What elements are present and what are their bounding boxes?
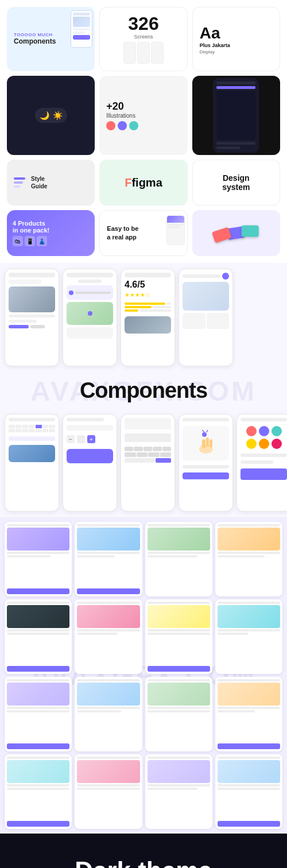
mp-rating-num: 4.6/5 <box>125 280 171 290</box>
dark-theme-title: Dark theme <box>7 857 280 868</box>
sg-btn <box>218 743 280 749</box>
sg-bar <box>218 602 280 604</box>
sg-phone-4 <box>215 522 282 596</box>
qty-minus[interactable]: − <box>67 435 75 443</box>
kb-key[interactable] <box>144 447 152 451</box>
mp-address-line <box>75 292 111 294</box>
sg-img <box>218 760 280 783</box>
sg-bar <box>218 633 249 635</box>
phone-deco <box>151 42 164 64</box>
sg-bar <box>148 602 210 604</box>
kb-send[interactable] <box>156 458 171 463</box>
mp-cal-header <box>9 418 55 421</box>
mp-dot <box>69 290 73 295</box>
mock-phone-calendar <box>5 414 59 512</box>
mock-phone-shop <box>179 269 233 366</box>
sg-bar <box>77 707 139 709</box>
sg-bar <box>77 629 139 631</box>
deco-line <box>73 28 90 30</box>
mock-phone-keyboard <box>121 414 175 512</box>
kb-key[interactable] <box>125 452 136 457</box>
sg-bar <box>218 552 280 554</box>
mp-fav-line <box>241 454 287 457</box>
svg-rect-2 <box>206 437 209 447</box>
top-screens-strip: 4.6/5 ★★★★☆ <box>0 263 287 372</box>
sg-btn <box>7 666 69 672</box>
products-text: 4 Productsin one pack! <box>13 220 89 234</box>
design-system-text: Designsystem <box>222 173 250 192</box>
icon-box-2: 📱 <box>25 236 35 246</box>
style-line-1 <box>14 177 25 180</box>
kb-key[interactable] <box>162 447 171 451</box>
cal-day-active <box>36 425 42 428</box>
mp-header <box>125 273 171 277</box>
mock-phone-qty: − + <box>63 414 117 512</box>
sg-bar <box>218 757 280 759</box>
sg-bar <box>77 679 139 681</box>
feature-grid: Tooooo much Components 326 Screens <box>7 7 280 256</box>
svg-rect-1 <box>202 439 205 448</box>
kb-key[interactable] <box>125 447 133 451</box>
mock-phone-rating: 4.6/5 ★★★★☆ <box>121 269 175 366</box>
sg-bar <box>77 633 118 635</box>
style-line-2 <box>14 181 23 184</box>
kb-key[interactable] <box>137 452 148 457</box>
sg-btn <box>7 588 69 594</box>
cal-day <box>22 425 28 428</box>
avatar-circle <box>259 439 269 449</box>
sg-bar <box>218 679 280 681</box>
sg-bar <box>7 679 69 681</box>
rp-line <box>168 226 180 228</box>
qty-plus[interactable]: + <box>87 435 95 443</box>
deco-img <box>73 17 90 27</box>
sg-img <box>7 528 69 551</box>
product-icons: 🛍 📱 👗 <box>13 236 89 246</box>
sg-phone-6 <box>75 599 142 674</box>
avatar-circle <box>246 426 257 436</box>
sg-bar <box>7 757 69 759</box>
rating-bar-row <box>125 306 171 308</box>
mp-il-btn <box>183 472 229 479</box>
mp-header <box>9 273 55 277</box>
deco-bar <box>73 13 90 16</box>
mp-price <box>9 325 29 328</box>
cal-day <box>9 425 15 428</box>
sg-btn <box>148 666 210 672</box>
cal-day <box>42 425 49 428</box>
sg-phone-12 <box>215 677 282 751</box>
sg-bar <box>77 784 139 786</box>
card-3d-teal <box>242 226 259 237</box>
sg-bar <box>7 710 69 712</box>
screens-grid <box>5 522 282 829</box>
sg-bar <box>148 710 210 712</box>
kb-key[interactable] <box>148 452 160 457</box>
sg-bar <box>148 707 210 709</box>
sg-phone-1 <box>5 522 72 596</box>
svg-line-5 <box>202 430 204 432</box>
dp-accent-bar <box>216 86 255 89</box>
sg-bar <box>77 555 115 557</box>
svg-rect-3 <box>210 439 212 447</box>
sg-phone-11 <box>145 677 212 751</box>
kb-key[interactable] <box>160 452 172 457</box>
kb-key[interactable] <box>134 447 142 451</box>
phone-deco <box>137 42 150 64</box>
style-guide-label: StyleGuide <box>31 175 47 190</box>
kb-space[interactable] <box>125 458 155 463</box>
mp-qty-label <box>67 418 104 421</box>
avatar-circle <box>272 426 282 436</box>
screens-label: Screens <box>134 34 153 40</box>
sg-btn <box>7 821 69 827</box>
mp-price-disp <box>67 425 113 431</box>
mp-buy-btn[interactable] <box>67 449 113 463</box>
cal-day <box>22 429 28 432</box>
kb-row <box>125 458 171 463</box>
sg-img <box>7 605 69 628</box>
kb-key[interactable] <box>153 447 161 451</box>
rating-bar-row <box>125 303 171 305</box>
sg-bar <box>148 555 197 557</box>
style-line-3 <box>14 185 21 188</box>
sg-bar <box>148 679 210 681</box>
illustrations-plus: +20 <box>106 100 180 113</box>
sg-img <box>218 528 280 551</box>
